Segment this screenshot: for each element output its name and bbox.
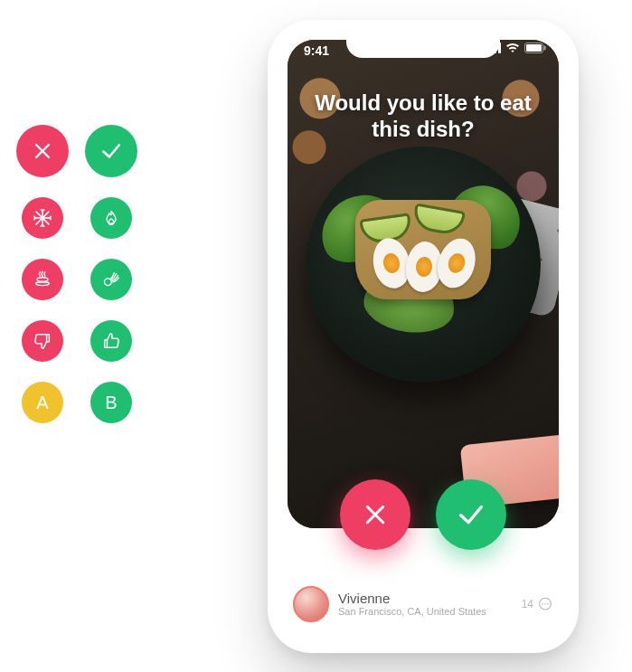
swipe-action-row [280, 479, 566, 550]
bad-dish-icon[interactable] [22, 259, 63, 300]
svg-point-12 [547, 603, 549, 605]
svg-rect-3 [489, 47, 492, 53]
wifi-icon [505, 43, 520, 53]
status-time: 9:41 [304, 43, 329, 58]
author-name: Vivienne [338, 591, 522, 606]
cold-icon[interactable] [22, 197, 63, 239]
cellular-signal-icon [485, 43, 501, 53]
author-avatar [293, 586, 329, 622]
accept-icon[interactable] [85, 125, 137, 177]
author-text: Vivienne San Francisco, CA, United State… [338, 591, 522, 618]
comments-button[interactable]: 14 [522, 596, 553, 612]
phone-mockup: 9:41 [268, 20, 579, 653]
author-row[interactable]: Vivienne San Francisco, CA, United State… [293, 577, 553, 631]
comments-icon [537, 596, 553, 612]
status-icons [485, 43, 546, 53]
thumbs-down-icon[interactable] [22, 320, 63, 362]
ok-gesture-icon[interactable] [90, 259, 132, 300]
svg-rect-2 [485, 50, 487, 53]
prompt-question: Would you like to eat this dish? [288, 90, 559, 143]
author-location: San Francisco, CA, United States [338, 606, 522, 618]
status-bar: 9:41 [280, 33, 566, 69]
svg-rect-4 [494, 45, 496, 54]
svg-rect-5 [498, 43, 501, 53]
button-style-grid: A B [16, 125, 137, 423]
comments-count: 14 [522, 598, 533, 610]
svg-point-0 [37, 278, 48, 281]
option-a-label: A [36, 393, 48, 413]
food-illustration [328, 178, 518, 341]
dish-card[interactable]: Would you like to eat this dish? [288, 40, 559, 528]
option-a-icon[interactable]: A [22, 382, 63, 423]
phone-screen: 9:41 [280, 33, 566, 640]
reject-icon[interactable] [16, 125, 69, 177]
battery-icon [524, 43, 546, 53]
reject-dish-button[interactable] [340, 479, 410, 550]
thumbs-up-icon[interactable] [90, 320, 132, 362]
svg-point-11 [544, 603, 546, 605]
accept-dish-button[interactable] [436, 479, 506, 550]
option-b-label: B [105, 393, 117, 413]
svg-rect-7 [526, 44, 542, 52]
hot-icon[interactable] [90, 197, 132, 239]
svg-point-10 [542, 603, 543, 605]
svg-rect-8 [544, 46, 546, 51]
option-b-icon[interactable]: B [90, 382, 132, 423]
